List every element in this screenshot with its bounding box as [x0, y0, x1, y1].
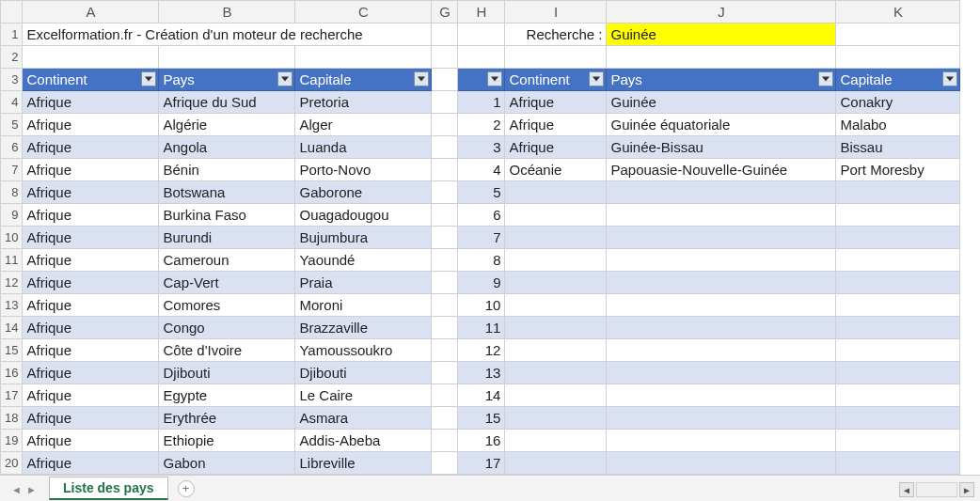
add-sheet-button[interactable]: + — [178, 480, 195, 497]
cell[interactable] — [432, 384, 458, 407]
table-cell[interactable]: 17 — [458, 452, 505, 475]
table-cell[interactable]: Cameroun — [159, 249, 295, 272]
table-cell[interactable]: Ethiopie — [159, 430, 295, 452]
cell[interactable] — [23, 46, 159, 69]
cell[interactable] — [836, 46, 960, 69]
row-header[interactable]: 12 — [1, 272, 23, 294]
table-cell[interactable]: 8 — [458, 249, 505, 272]
table-cell[interactable]: Afrique — [23, 384, 159, 407]
table-cell[interactable]: Algérie — [159, 114, 295, 136]
sheet-tab-active[interactable]: Liste des pays — [49, 477, 168, 500]
col-header-H[interactable]: H — [458, 1, 505, 23]
table-cell[interactable]: 10 — [458, 294, 505, 317]
table-cell[interactable]: 14 — [458, 384, 505, 407]
table-cell[interactable]: Afrique — [23, 159, 159, 181]
col-header-C[interactable]: C — [295, 1, 432, 23]
table-cell[interactable]: Brazzaville — [295, 317, 432, 339]
table-cell[interactable]: Afrique — [23, 362, 159, 384]
table-cell[interactable]: 13 — [458, 362, 505, 384]
table-cell[interactable] — [607, 294, 836, 317]
table-cell[interactable]: Papouasie-Nouvelle-Guinée — [607, 159, 836, 181]
col-header-A[interactable]: A — [23, 1, 159, 23]
table-cell[interactable]: Guinée équatoriale — [607, 114, 836, 136]
filter-button-pays[interactable] — [277, 71, 292, 86]
table-cell[interactable]: Pretoria — [295, 91, 432, 114]
tab-prev-icon[interactable]: ◄ — [11, 484, 21, 493]
table-cell[interactable] — [607, 272, 836, 294]
table-cell[interactable]: 15 — [458, 407, 505, 430]
col-header-K[interactable]: K — [836, 1, 960, 23]
table-cell[interactable]: Afrique — [505, 91, 607, 114]
cell[interactable] — [432, 69, 458, 91]
tab-next-icon[interactable]: ► — [26, 484, 36, 493]
table-cell[interactable] — [607, 204, 836, 227]
table-cell[interactable]: Afrique — [23, 294, 159, 317]
filter-button-continent[interactable] — [141, 71, 156, 86]
cell[interactable] — [432, 294, 458, 317]
left-header-continent[interactable]: Continent — [23, 69, 159, 91]
table-cell[interactable] — [607, 430, 836, 452]
table-cell[interactable]: Afrique — [23, 249, 159, 272]
cell[interactable] — [432, 227, 458, 249]
cell[interactable] — [432, 181, 458, 204]
table-cell[interactable] — [505, 407, 607, 430]
search-label[interactable]: Recherche : — [505, 23, 607, 46]
table-cell[interactable] — [505, 339, 607, 362]
row-header[interactable]: 9 — [1, 204, 23, 227]
table-cell[interactable]: Afrique — [23, 272, 159, 294]
row-header[interactable]: 18 — [1, 407, 23, 430]
table-cell[interactable] — [505, 384, 607, 407]
table-cell[interactable]: Praia — [295, 272, 432, 294]
table-cell[interactable]: Angola — [159, 136, 295, 159]
row-header[interactable]: 14 — [1, 317, 23, 339]
cell[interactable] — [458, 46, 505, 69]
left-header-capitale[interactable]: Capitale — [295, 69, 432, 91]
table-cell[interactable]: Côte d'Ivoire — [159, 339, 295, 362]
table-cell[interactable]: 2 — [458, 114, 505, 136]
table-cell[interactable]: Guinée-Bissau — [607, 136, 836, 159]
horizontal-scrollbar[interactable]: ◄ ► — [899, 482, 974, 497]
table-cell[interactable]: Gaborone — [295, 181, 432, 204]
row-header[interactable]: 10 — [1, 227, 23, 249]
table-cell[interactable] — [836, 452, 960, 475]
table-cell[interactable]: 12 — [458, 339, 505, 362]
cell[interactable] — [432, 317, 458, 339]
row-header[interactable]: 20 — [1, 452, 23, 475]
table-cell[interactable]: 5 — [458, 181, 505, 204]
table-cell[interactable] — [607, 249, 836, 272]
table-cell[interactable]: Addis-Abeba — [295, 430, 432, 452]
search-input-cell[interactable]: Guinée — [607, 23, 836, 46]
cell[interactable] — [836, 23, 960, 46]
cell[interactable] — [432, 159, 458, 181]
row-header[interactable]: 6 — [1, 136, 23, 159]
table-cell[interactable]: 6 — [458, 204, 505, 227]
table-cell[interactable]: Cap-Vert — [159, 272, 295, 294]
right-header-pays[interactable]: Pays — [607, 69, 836, 91]
table-cell[interactable]: 1 — [458, 91, 505, 114]
table-cell[interactable] — [505, 204, 607, 227]
table-cell[interactable] — [505, 181, 607, 204]
row-header[interactable]: 8 — [1, 181, 23, 204]
table-cell[interactable] — [836, 294, 960, 317]
table-cell[interactable] — [607, 384, 836, 407]
table-cell[interactable]: Porto-Novo — [295, 159, 432, 181]
table-cell[interactable]: Djibouti — [295, 362, 432, 384]
select-all-corner[interactable] — [1, 1, 23, 23]
row-header[interactable]: 15 — [1, 339, 23, 362]
table-cell[interactable]: Alger — [295, 114, 432, 136]
table-cell[interactable]: Afrique — [505, 114, 607, 136]
row-header[interactable]: 5 — [1, 114, 23, 136]
row-header[interactable]: 19 — [1, 430, 23, 452]
scroll-left-button[interactable]: ◄ — [899, 482, 914, 497]
table-cell[interactable]: 9 — [458, 272, 505, 294]
table-cell[interactable] — [836, 339, 960, 362]
table-cell[interactable] — [836, 362, 960, 384]
table-cell[interactable]: 4 — [458, 159, 505, 181]
row-header[interactable]: 16 — [1, 362, 23, 384]
table-cell[interactable]: Luanda — [295, 136, 432, 159]
table-cell[interactable] — [836, 227, 960, 249]
table-cell[interactable] — [607, 407, 836, 430]
table-cell[interactable]: Conakry — [836, 91, 960, 114]
filter-button-index[interactable] — [487, 71, 502, 86]
table-cell[interactable]: Océanie — [505, 159, 607, 181]
